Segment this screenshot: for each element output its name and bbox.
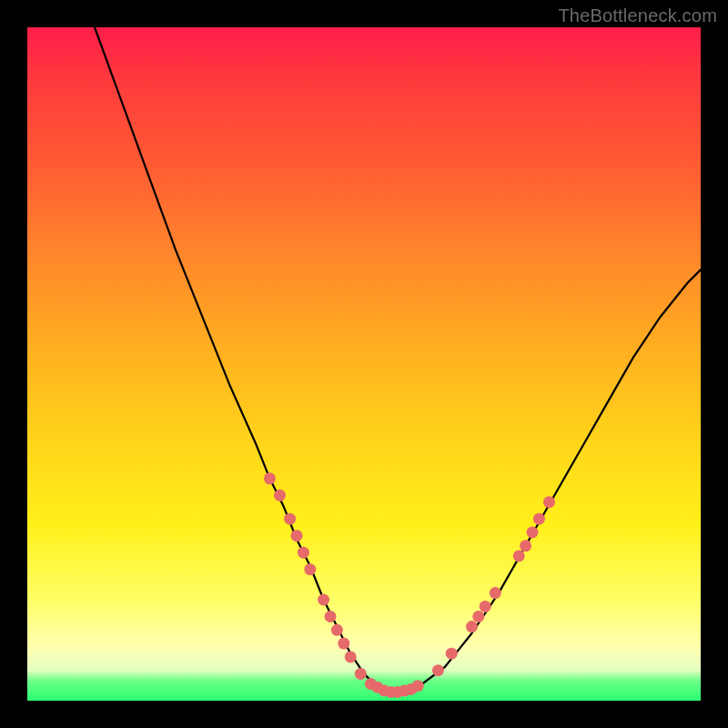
marker-dot [298,547,309,559]
marker-dot [446,648,458,660]
bottleneck-curve [95,27,701,694]
marker-dot [325,611,337,622]
marker-dot [527,527,539,539]
marker-dot [338,638,349,650]
marker-dot [412,680,424,692]
marker-dot [480,601,491,612]
marker-dot [543,496,555,508]
marker-dot [513,550,525,561]
marker-dot [274,490,286,501]
marker-dot [466,621,478,632]
marker-dot [533,513,545,525]
marker-dot [432,664,444,676]
marker-dot [264,472,276,484]
chart-svg [27,27,701,701]
chart-frame: TheBottleneck.com [0,0,728,728]
marker-dot [520,540,531,551]
highlight-markers [264,472,555,698]
marker-dot [490,587,501,599]
marker-dot [355,668,367,680]
marker-dot [304,563,316,575]
marker-dot [331,624,343,636]
plot-area [27,27,701,701]
marker-dot [318,594,329,606]
marker-dot [291,530,303,541]
marker-dot [345,651,357,662]
watermark-text: TheBottleneck.com [558,5,717,26]
marker-dot [284,513,296,525]
marker-dot [472,611,484,622]
